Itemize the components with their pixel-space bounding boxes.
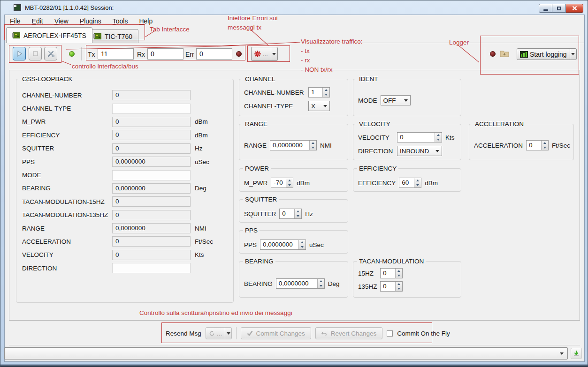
tacan-15hz-spinbox[interactable]: 0 [380,268,403,278]
readonly-field: 0,0000000 [112,223,191,233]
acceleration-spinbox[interactable]: 0 [526,140,549,150]
minimize-button[interactable] [539,4,552,13]
field-label: ACCELERATION [474,142,523,149]
spin-up-icon[interactable] [323,88,329,92]
spin-down-icon[interactable] [435,137,442,142]
unit-label: NMI [195,225,206,232]
field-label: SQUITTER [22,145,112,152]
spin-up-icon[interactable] [435,133,442,137]
group-title: TACAN-MODULATION [357,258,426,265]
group-velocity: VELOCITY VELOCITY 0 Kts DIRECTION INBOUN… [353,124,461,160]
efficiency-spinbox[interactable]: 60 [399,178,421,188]
field-label: BEARING [22,185,112,192]
minimize-icon [543,9,548,11]
group-title: SQUITTER [243,196,279,203]
group-title: POWER [243,165,271,172]
group-title: IDENT [357,75,380,82]
bearing-spinbox[interactable]: 0,0000000 [276,278,325,289]
field-label: DIRECTION [358,148,394,155]
spin-down-icon[interactable] [414,183,421,187]
spin-down-icon[interactable] [542,145,548,150]
readonly-field: 0 [112,143,191,154]
group-power: POWER M_PWR -70 dBm [239,168,348,192]
pps-spinbox[interactable]: 0,0000000 [260,240,306,250]
field-label: 135HZ [358,283,377,290]
spin-down-icon[interactable] [396,286,402,291]
spin-up-icon[interactable] [396,269,402,273]
message-selector-combobox[interactable] [4,347,568,360]
gss-row: CHANNEL-NUMBER0 [22,89,229,102]
close-button[interactable] [566,4,583,13]
readonly-field [112,263,191,273]
group-efficiency: EFFICIENCY EFFICIENCY 60 dBm [353,168,461,192]
annotation-box-traffic [86,45,245,60]
spin-up-icon[interactable] [396,282,402,286]
spin-up-icon[interactable] [310,141,316,145]
maximize-button[interactable] [552,4,566,13]
range-spinbox[interactable]: 0,0000000 [270,140,317,150]
spin-down-icon[interactable] [318,284,324,288]
spin-up-icon[interactable] [542,141,548,145]
readonly-field: 0 [112,130,191,140]
circuit-board-icon [12,32,20,38]
velocity-spinbox[interactable]: 0 [397,132,442,142]
field-label: CHANNEL-TYPE [244,103,305,110]
readonly-field [112,170,191,180]
gss-row: CHANNEL-TYPE [22,102,229,115]
group-title: ACCELERATION [473,120,526,127]
group-title: BEARING [243,258,275,265]
field-label: RANGE [244,142,267,149]
readonly-field: 0 [112,196,191,207]
unit-label: uSec [195,158,209,165]
field-label: VELOCITY [358,134,394,141]
tacan-135hz-spinbox[interactable]: 0 [380,281,403,292]
gss-row: BEARING0,0000000Deg [22,182,229,195]
field-label: MODE [22,172,112,179]
gss-row: ACCELERATION0Ft/Sec [22,235,229,248]
maximize-icon [557,7,561,10]
title-bar[interactable]: MBT-0282/01 [1.1.0.42] Session: [0,0,588,15]
gss-row: TACAN-MODULATION-135HZ0 [22,209,229,222]
annotation-logger: Logger [449,38,469,47]
group-title: CHANNEL [243,75,277,82]
spin-down-icon[interactable] [295,214,301,218]
unit-label: Ft/Sec [195,238,213,245]
gss-row: VELOCITY0Kts [22,248,229,262]
channel-number-spinbox[interactable]: 1 [308,87,330,97]
spin-down-icon[interactable] [286,183,293,187]
spin-down-icon[interactable] [310,145,316,150]
tab-aeroflex-iff45ts[interactable]: AEROFLEX-IFF45TS [6,27,92,43]
field-label: ACCELERATION [22,238,112,245]
squitter-spinbox[interactable]: 0 [279,209,302,219]
unit-label: Kts [195,251,204,258]
spin-down-icon[interactable] [299,245,305,249]
channel-type-combobox[interactable]: X [308,101,330,111]
gss-row: EFFICIENCY0dBm [22,128,229,142]
unit-label: Ft/Sec [552,142,570,149]
unit-label: Deg [195,185,206,192]
group-title: PPS [243,227,260,234]
field-label: RANGE [22,225,112,232]
spin-down-icon[interactable] [396,273,402,278]
field-label: MODE [358,97,377,104]
send-message-button[interactable] [571,348,582,359]
spin-up-icon[interactable] [286,178,293,183]
readonly-field: 0 [112,90,191,100]
ident-mode-combobox[interactable]: OFF [381,95,411,105]
annotation-tab-interface: Tab Interfacce [150,25,190,34]
field-label: TACAN-MODULATION-135HZ [22,211,112,218]
direction-combobox[interactable]: INBOUND [397,146,442,156]
spin-up-icon[interactable] [318,279,324,284]
spin-down-icon[interactable] [323,92,329,97]
tab-label: AEROFLEX-IFF45TS [23,32,86,39]
field-label: M_PWR [22,118,112,125]
unit-label: Deg [328,280,340,287]
spin-up-icon[interactable] [414,178,421,183]
field-label: M_PWR [244,180,267,187]
dropdown-arrow-icon [404,99,408,102]
spin-up-icon[interactable] [299,240,305,245]
spin-up-icon[interactable] [295,209,301,214]
group-range: RANGE RANGE 0,0000000 NMI [239,124,348,160]
annotation-traffic-viewer: Visualizzatore traffico: - tx - rx - NON… [301,37,363,75]
mpwr-spinbox[interactable]: -70 [271,178,293,188]
